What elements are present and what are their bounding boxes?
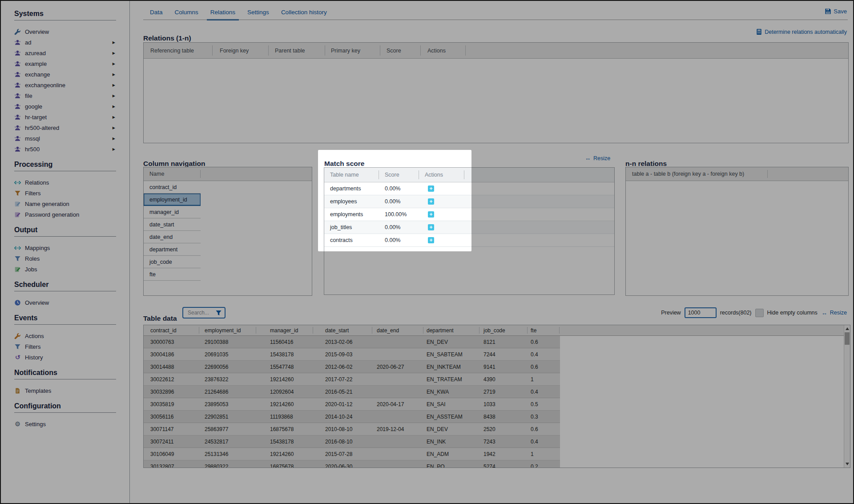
sidebar-item-jobs[interactable]: Jobs [14, 264, 116, 274]
sidebar-item-azuread[interactable]: azuread▶ [14, 48, 116, 58]
sidebar-item-mappings[interactable]: Mappings [14, 242, 116, 253]
column-divider[interactable] [767, 170, 768, 178]
table-data-resize-button[interactable]: ↔ Resize [821, 310, 847, 316]
column-divider[interactable] [420, 45, 421, 56]
relations-1n-table: Referencing tableForeign keyParent table… [143, 42, 849, 143]
add-relation-button[interactable]: + [428, 237, 434, 243]
column-divider[interactable] [200, 170, 201, 178]
column-divider[interactable] [465, 45, 466, 56]
column-divider[interactable] [268, 45, 269, 56]
sidebar-item-exchangeonline[interactable]: exchangeonline▶ [14, 80, 116, 90]
tab-data[interactable]: Data [146, 7, 166, 20]
table-cell: 11193868 [270, 411, 293, 423]
hide-empty-columns-label: Hide empty columns [767, 310, 818, 316]
scrollbar-thumb[interactable] [845, 332, 850, 345]
match-score-row-departments: departments0.00%+ [324, 182, 614, 195]
table-row[interactable]: 3000076329100388115604162013-02-06EN_DEV… [144, 336, 560, 348]
table-cell: 2019-12-04 [377, 423, 404, 435]
arrows-icon [14, 245, 21, 251]
sidebar-item-label: Filters [25, 190, 40, 197]
vertical-scrollbar[interactable] [844, 325, 850, 468]
table-row[interactable]: 3000418620691035154381782015-09-03EN_SAB… [144, 348, 560, 361]
table-cell: 29100388 [205, 336, 228, 348]
search-input[interactable] [187, 309, 215, 316]
sidebar-item-ad[interactable]: ad▶ [14, 37, 116, 48]
add-relation-button[interactable]: + [428, 185, 434, 192]
sidebar-item-hr-target[interactable]: hr-target▶ [14, 112, 116, 122]
filter-funnel-icon[interactable] [215, 310, 222, 316]
column-nav-item-department[interactable]: department [144, 243, 201, 256]
table-row[interactable]: 3007241124532817154381782016-08-10EN_INK… [144, 435, 560, 448]
tab-collection-history[interactable]: Collection history [278, 7, 330, 20]
sidebar-item-overview[interactable]: Overview [14, 26, 116, 37]
preview-records-input[interactable] [685, 307, 717, 318]
sidebar-item-example[interactable]: example▶ [14, 58, 116, 69]
column-divider[interactable] [379, 170, 379, 179]
column-divider[interactable] [423, 327, 423, 334]
column-nav-item-job-code[interactable]: job_code [144, 256, 201, 268]
table-cell: 8121 [483, 336, 495, 348]
hide-empty-columns-checkbox[interactable] [755, 309, 764, 317]
tab-columns[interactable]: Columns [171, 7, 202, 20]
scroll-up-arrow[interactable] [846, 327, 849, 330]
sidebar-item-settings[interactable]: ⚙Settings [14, 419, 116, 429]
add-relation-button[interactable]: + [428, 211, 434, 218]
table-row[interactable]: 3003289621264686120926042016-05-21EN_KWA… [144, 386, 560, 398]
sidebar-item-label: exchangeonline [25, 82, 65, 89]
sidebar-item-roles[interactable]: Roles [14, 253, 116, 264]
column-divider[interactable] [325, 45, 325, 56]
sidebar-item-history[interactable]: ↺History [14, 352, 116, 363]
column-divider[interactable] [464, 170, 464, 179]
column-divider[interactable] [256, 327, 256, 334]
sidebar-item-exchange[interactable]: exchange▶ [14, 69, 116, 80]
tab-relations[interactable]: Relations [207, 7, 239, 20]
column-divider[interactable] [380, 45, 380, 56]
table-row[interactable]: 3002261223876322192142602017-07-22EN_TRA… [144, 373, 560, 386]
sidebar-item-templates[interactable]: Templates [14, 385, 116, 396]
column-nav-item-contract-id[interactable]: contract_id [144, 181, 201, 194]
table-row[interactable]: 3003581923895053192142602020-01-122020-0… [144, 398, 560, 411]
sidebar-item-overview[interactable]: Overview [14, 297, 116, 308]
sidebar-item-relations[interactable]: Relations [14, 177, 116, 188]
column-divider[interactable] [313, 327, 313, 334]
column-nav-item-date-start[interactable]: date_start [144, 218, 201, 231]
determine-relations-button[interactable]: Determine relations automatically [756, 28, 847, 35]
column-divider[interactable] [559, 327, 560, 334]
column-divider[interactable] [212, 45, 213, 56]
tab-settings[interactable]: Settings [244, 7, 273, 20]
scroll-down-arrow[interactable] [846, 463, 849, 465]
sidebar-item-filters[interactable]: Filters [14, 341, 116, 352]
add-relation-button[interactable]: + [428, 198, 434, 205]
sidebar-item-password-generation[interactable]: Password generation [14, 209, 116, 220]
chevron-right-icon: ▶ [113, 40, 116, 44]
column-divider[interactable] [199, 327, 199, 334]
match-score-resize-button[interactable]: ↔ Resize [584, 155, 610, 161]
table-cell: 19214260 [270, 398, 294, 410]
sidebar-item-label: exchange [25, 71, 50, 78]
table-row[interactable]: 3010604925131346192142602015-07-28EN_ADM… [144, 448, 560, 460]
table-row[interactable]: 3005611622902851111938682014-10-24EN_ASS… [144, 411, 560, 423]
sidebar-item-actions[interactable]: Actions [14, 331, 116, 341]
sidebar-item-google[interactable]: google▶ [14, 101, 116, 112]
column-divider[interactable] [419, 170, 419, 179]
sidebar-item-file[interactable]: file▶ [14, 90, 116, 101]
sidebar-item-hr500-altered[interactable]: hr500-altered▶ [14, 122, 116, 133]
column-nav-item-manager-id[interactable]: manager_id [144, 206, 201, 218]
sidebar-item-filters[interactable]: Filters [14, 188, 116, 198]
sidebar-item-name-generation[interactable]: Name generation [14, 198, 116, 209]
add-relation-button[interactable]: + [428, 224, 434, 230]
column-nav-item-date-end[interactable]: date_end [144, 231, 201, 243]
table-row[interactable]: 3013280729880322168756782020-06-30EN_PO5… [144, 460, 560, 468]
column-nav-item-fte[interactable]: fte [144, 268, 201, 281]
column-divider[interactable] [372, 327, 372, 334]
save-button[interactable]: Save [825, 8, 847, 15]
column-divider[interactable] [527, 327, 528, 334]
sidebar-item-mssql[interactable]: mssql▶ [14, 133, 116, 144]
column-navigation-header: Name [144, 167, 312, 181]
column-divider[interactable] [479, 327, 479, 334]
table-row[interactable]: 3001448822690056155477482012-06-022020-0… [144, 361, 560, 373]
column-nav-item-employment-id[interactable]: employment_id [144, 194, 201, 206]
sidebar-item-hr500[interactable]: hr500▶ [14, 144, 116, 154]
table-row[interactable]: 3007114725863977168756782010-08-102019-1… [144, 423, 560, 435]
table-cell: 30022612 [150, 373, 174, 385]
